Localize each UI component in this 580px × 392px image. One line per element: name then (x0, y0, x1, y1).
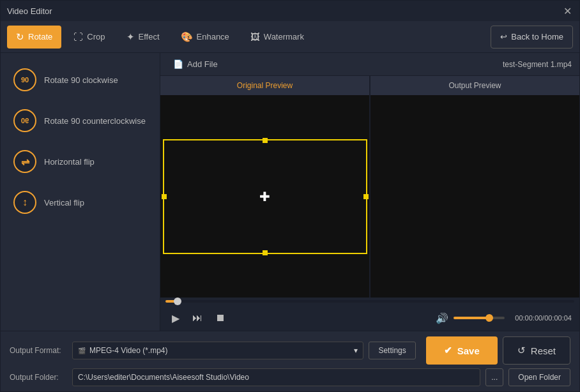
tab-rotate[interactable]: ↻ Rotate (7, 26, 61, 49)
main-area: 90 Rotate 90 clockwise 90 Rotate 90 coun… (1, 53, 579, 331)
play-button[interactable]: ▶ (168, 310, 183, 327)
crop-icon: ⛶ (73, 31, 83, 42)
tab-watermark-label: Watermark (264, 32, 304, 41)
format-row: Output Format: 🎬 MPEG-4 Video (*.mp4) ▾ … (10, 336, 570, 365)
volume-fill (454, 317, 489, 319)
sidebar: 90 Rotate 90 clockwise 90 Rotate 90 coun… (1, 53, 160, 331)
progress-bar-container (160, 298, 579, 305)
original-preview-video: ✚ (160, 95, 369, 298)
output-preview-video (370, 95, 579, 298)
folder-label: Output Folder: (10, 373, 67, 382)
folder-input[interactable] (72, 368, 480, 386)
back-icon: ↩ (500, 32, 507, 41)
volume-thumb[interactable] (485, 314, 493, 322)
back-to-home-button[interactable]: ↩ Back to Home (491, 26, 573, 49)
tab-enhance[interactable]: 🎨 Enhance (172, 26, 238, 49)
time-display: 00:00:00/00:00:04 (515, 314, 572, 322)
rotate-ccw-icon: 90 (13, 109, 36, 132)
save-label: Save (457, 345, 480, 356)
hflip-label: Horizontal flip (44, 157, 95, 167)
action-buttons: ✔ Save ↺ Reset (426, 336, 570, 365)
toolbar: ↻ Rotate ⛶ Crop ✦ Effect 🎨 Enhance 🖼 Wat… (1, 21, 579, 53)
sidebar-item-vflip[interactable]: ↕ Vertical flip (1, 182, 160, 223)
crop-handle-top[interactable] (263, 138, 268, 143)
file-name: test-Segment 1.mp4 (503, 60, 572, 69)
reset-icon: ↺ (517, 345, 526, 356)
format-value: MPEG-4 Video (*.mp4) (89, 346, 168, 355)
output-preview-panel: Output Preview (370, 76, 579, 298)
crop-handle-left[interactable] (162, 194, 167, 199)
content-area: 📄 Add File test-Segment 1.mp4 Original P… (160, 53, 579, 331)
video-editor-window: Video Editor ✕ ↻ Rotate ⛶ Crop ✦ Effect … (0, 0, 580, 392)
dropdown-arrow-icon: ▾ (354, 346, 358, 355)
close-button[interactable]: ✕ (561, 5, 573, 17)
dots-button[interactable]: ... (485, 368, 503, 386)
rotate-ccw-label: Rotate 90 counterclockwise (44, 116, 146, 126)
reset-label: Reset (531, 345, 556, 356)
tab-watermark[interactable]: 🖼 Watermark (241, 26, 313, 49)
crop-handle-right[interactable] (363, 194, 369, 199)
playback-controls: ▶ ⏭ ⏹ 🔊 00:00:00/00:00:04 (160, 305, 579, 331)
volume-icon: 🔊 (436, 312, 448, 324)
titlebar: Video Editor ✕ (1, 1, 579, 21)
format-select[interactable]: 🎬 MPEG-4 Video (*.mp4) ▾ (72, 342, 363, 359)
tab-effect-label: Effect (139, 32, 160, 41)
step-forward-button[interactable]: ⏭ (188, 310, 206, 326)
effect-icon: ✦ (126, 31, 135, 43)
hflip-icon: ⇌ (13, 150, 36, 173)
tab-rotate-label: Rotate (28, 32, 52, 41)
preview-area: Original Preview ✚ Output Preview (160, 76, 579, 298)
rotate-cw-icon: 90 (13, 68, 36, 91)
output-preview-label: Output Preview (443, 76, 506, 95)
tab-enhance-label: Enhance (197, 32, 229, 41)
tab-crop-label: Crop (87, 32, 105, 41)
sidebar-item-hflip[interactable]: ⇌ Horizontal flip (1, 141, 160, 182)
save-check-icon: ✔ (444, 345, 452, 356)
rotate-cw-label: Rotate 90 clockwise (44, 75, 118, 85)
add-file-icon: 📄 (173, 59, 183, 69)
add-file-label: Add File (187, 59, 218, 69)
crop-handle-bottom[interactable] (263, 250, 268, 255)
reset-button[interactable]: ↺ Reset (503, 336, 570, 365)
crosshair-icon: ✚ (259, 189, 270, 204)
tab-crop[interactable]: ⛶ Crop (65, 26, 114, 49)
enhance-icon: 🎨 (181, 31, 193, 43)
folder-row: Output Folder: ... Open Folder (10, 368, 570, 386)
bottom-bar: Output Format: 🎬 MPEG-4 Video (*.mp4) ▾ … (1, 331, 579, 391)
file-bar: 📄 Add File test-Segment 1.mp4 (160, 53, 579, 76)
tab-effect[interactable]: ✦ Effect (118, 26, 169, 49)
format-label: Output Format: (10, 346, 67, 355)
add-file-button[interactable]: 📄 Add File (168, 57, 223, 72)
rotate-icon: ↻ (16, 31, 24, 43)
stop-button[interactable]: ⏹ (211, 310, 229, 326)
sidebar-item-rotate-ccw[interactable]: 90 Rotate 90 counterclockwise (1, 100, 160, 141)
original-preview-label: Original Preview (232, 76, 298, 95)
volume-track[interactable] (454, 317, 505, 319)
progress-thumb[interactable] (174, 298, 181, 305)
back-label: Back to Home (511, 32, 563, 41)
save-button[interactable]: ✔ Save (426, 336, 498, 365)
open-folder-button[interactable]: Open Folder (508, 368, 570, 386)
window-title: Video Editor (7, 6, 52, 16)
vflip-icon: ↕ (13, 191, 36, 214)
sidebar-item-rotate-cw[interactable]: 90 Rotate 90 clockwise (1, 59, 160, 100)
progress-track[interactable] (165, 300, 574, 303)
original-preview-panel: Original Preview ✚ (160, 76, 369, 298)
watermark-icon: 🖼 (250, 31, 260, 42)
settings-button[interactable]: Settings (369, 342, 415, 359)
format-icon: 🎬 (78, 347, 86, 354)
vflip-label: Vertical flip (44, 198, 84, 207)
